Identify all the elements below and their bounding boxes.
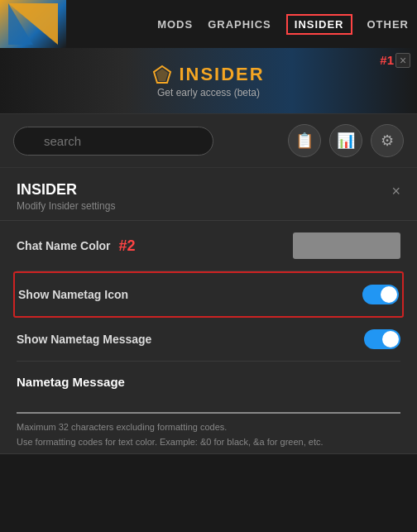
nav-graphics[interactable]: GRAPHICS	[208, 18, 271, 31]
logo	[0, 0, 66, 48]
show-nametag-icon-highlight: Show Nametag Icon	[13, 271, 404, 318]
chat-name-color-label-group: Chat Name Color #2	[17, 237, 136, 255]
banner-subtitle: Get early access (beta)	[157, 87, 260, 98]
annotation-1: #1	[380, 53, 394, 67]
settings-section: Chat Name Color #2 Show Nametag Icon Sho…	[0, 221, 417, 362]
search-area: 🔍 📋 📊 ⚙	[0, 114, 417, 168]
nav-other[interactable]: OTHER	[367, 18, 410, 31]
panel-title-group: INSIDER Modify Insider settings	[17, 181, 115, 212]
banner-title-row: INSIDER	[152, 64, 264, 85]
panel-title: INSIDER	[17, 181, 115, 199]
search-input[interactable]	[13, 127, 213, 156]
folder-button[interactable]: 📋	[288, 124, 321, 157]
banner-close-button[interactable]: ×	[395, 53, 410, 68]
settings-button[interactable]: ⚙	[371, 124, 404, 157]
list-button[interactable]: 📊	[329, 124, 362, 157]
show-nametag-message-toggle[interactable]	[364, 329, 400, 349]
nametag-hint-1: Maximum 32 characters excluding formatti…	[17, 422, 400, 432]
svg-marker-3	[156, 69, 168, 81]
show-nametag-icon-label: Show Nametag Icon	[18, 288, 128, 301]
toggle-knob-nametag-message	[382, 331, 399, 347]
folder-icon: 📋	[295, 132, 314, 150]
nav-mods[interactable]: MODS	[157, 18, 193, 31]
toggle-knob-nametag-icon	[381, 286, 397, 303]
search-wrapper: 🔍	[13, 127, 280, 156]
top-nav: MODS GRAPHICS INSIDER OTHER	[0, 0, 417, 48]
annotation-2: #2	[119, 237, 136, 255]
show-nametag-message-row: Show Nametag Message	[17, 318, 400, 362]
panel-subtitle: Modify Insider settings	[17, 200, 115, 212]
nametag-message-section: Nametag Message Maximum 32 characters ex…	[0, 362, 417, 454]
show-nametag-message-label: Show Nametag Message	[17, 333, 151, 346]
color-swatch[interactable]	[293, 232, 400, 259]
panel-header: INSIDER Modify Insider settings ×	[0, 168, 417, 221]
diamond-icon	[152, 65, 172, 84]
list-icon: 📊	[337, 132, 355, 150]
insider-banner: #1 INSIDER Get early access (beta) ×	[0, 48, 417, 114]
show-nametag-icon-toggle[interactable]	[362, 285, 399, 304]
nametag-hint-2: Use formatting codes for text color. Exa…	[17, 437, 400, 447]
nametag-message-input[interactable]	[17, 395, 400, 408]
gear-icon: ⚙	[381, 132, 394, 150]
main-panel: INSIDER Modify Insider settings × Chat N…	[0, 168, 417, 454]
nav-items: MODS GRAPHICS INSIDER OTHER	[157, 14, 409, 35]
nav-insider[interactable]: INSIDER	[286, 14, 352, 35]
banner-title: INSIDER	[179, 64, 264, 85]
chat-name-color-label: Chat Name Color	[17, 239, 111, 252]
nametag-input-row	[17, 394, 400, 414]
panel-close-button[interactable]: ×	[391, 183, 400, 200]
show-nametag-icon-row: Show Nametag Icon	[15, 273, 402, 316]
chat-name-color-row: Chat Name Color #2	[17, 221, 400, 271]
nametag-message-title: Nametag Message	[17, 375, 400, 389]
